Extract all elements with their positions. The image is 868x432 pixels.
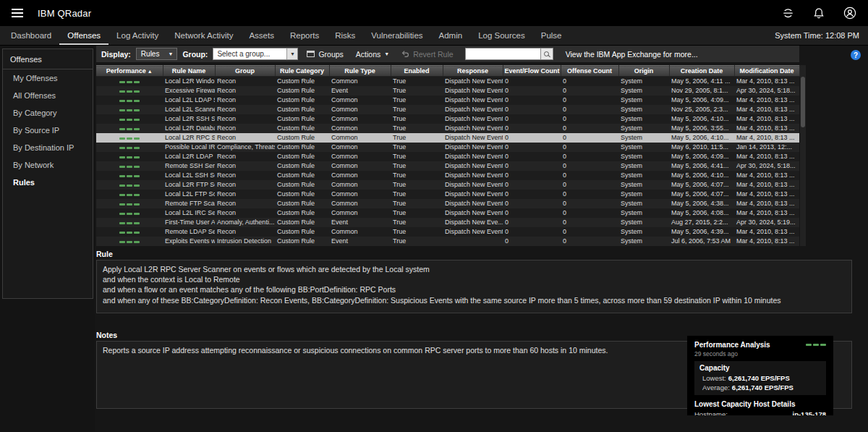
table-row[interactable]: First-Time User A...Anomaly, Authenti...…	[96, 218, 799, 227]
performance-cell	[96, 152, 163, 161]
rule-name-cell: Exploits Events wi...	[163, 237, 215, 246]
sidebar-item-all-offenses[interactable]: All Offenses	[3, 87, 93, 104]
table-row[interactable]: Local L2R Windo...ReconCustom RuleCommon…	[96, 77, 799, 86]
revert-rule-button[interactable]: Revert Rule	[398, 50, 456, 59]
tab-log-sources[interactable]: Log Sources	[470, 26, 533, 45]
creation-date-cell: May 6, 2010, 11:5...	[669, 143, 734, 152]
response-cell: Dispatch New Event	[443, 96, 503, 105]
origin-cell: System	[618, 199, 669, 208]
rule-name-cell: Local L2R SSH S...	[163, 114, 215, 124]
table-scrollbar[interactable]	[800, 65, 806, 246]
table-row[interactable]: Remote SSH Serv...ReconCustom RuleCommon…	[96, 161, 799, 171]
column-header-group[interactable]: Group	[215, 66, 275, 77]
column-header-origin[interactable]: Origin	[618, 66, 669, 77]
sidebar-item-by-network[interactable]: By Network	[3, 156, 93, 174]
rule-type-cell: Common	[329, 114, 391, 124]
origin-cell: System	[618, 152, 669, 161]
sidebar-item-my-offenses[interactable]: My Offenses	[3, 69, 93, 87]
tab-assets[interactable]: Assets	[241, 26, 282, 45]
tab-risks[interactable]: Risks	[327, 26, 363, 45]
offense-count-cell: 0	[561, 218, 618, 227]
column-header-enabled[interactable]: Enabled	[391, 66, 443, 77]
app-exchange-link[interactable]: View the IBM App Exchange for more...	[566, 50, 698, 59]
modification-date-cell: Mar 4, 2010, 8:13 ...	[734, 227, 799, 237]
group-cell: Recon	[215, 105, 275, 114]
table-row[interactable]: Local L2R RPC S...ReconCustom RuleCommon…	[96, 133, 799, 143]
response-cell: Dispatch New Event	[443, 105, 503, 114]
performance-cell	[96, 180, 163, 190]
column-header-rule-category[interactable]: Rule Category	[275, 66, 329, 77]
origin-cell: System	[618, 180, 669, 190]
rule-name-cell: First-Time User A...	[163, 218, 215, 227]
table-header-row: Performance▲Rule NameGroupRule CategoryR…	[96, 66, 799, 77]
actions-button[interactable]: Actions ▼	[352, 50, 393, 59]
enabled-cell: True	[391, 171, 443, 180]
modification-date-cell: Mar 4, 2010, 8:13 ...	[734, 190, 799, 199]
performance-bars-icon	[119, 175, 140, 177]
column-header-response[interactable]: Response	[443, 66, 503, 77]
column-header-rule-name[interactable]: Rule Name	[163, 66, 215, 77]
table-row[interactable]: Exploits Events wi...Intrusion Detection…	[96, 237, 799, 246]
table-row[interactable]: Remote FTP Scan...ReconCustom RuleCommon…	[96, 199, 799, 208]
hamburger-menu-icon[interactable]	[12, 9, 23, 17]
host-details-heading: Lowest Capacity Host Details	[694, 400, 826, 408]
group-cell: Anomaly, Authenti...	[215, 218, 275, 227]
tab-vulnerabilities[interactable]: Vulnerabilities	[363, 26, 430, 45]
enabled-cell: True	[391, 199, 443, 208]
column-header-event-flow-count[interactable]: Event/Flow Count	[503, 66, 561, 77]
table-row[interactable]: Local L2R SSH S...ReconCustom RuleCommon…	[96, 114, 799, 124]
tab-pulse[interactable]: Pulse	[533, 26, 570, 45]
notifications-bell-icon[interactable]	[813, 7, 825, 20]
table-row[interactable]: Local L2L SSH Se...ReconCustom RuleCommo…	[96, 171, 799, 180]
table-row[interactable]: Excessive Firewall...ReconCustom RuleEve…	[96, 86, 799, 96]
hostname-row: Hostname: ip-135-178 (172.18.135.178)	[694, 410, 826, 415]
tab-log-activity[interactable]: Log Activity	[109, 26, 166, 45]
revert-icon	[401, 50, 409, 58]
performance-analysis-panel: Performance Analysis 29 seconds ago Capa…	[687, 336, 833, 415]
sidebar-item-by-destination-ip[interactable]: By Destination IP	[3, 139, 93, 156]
group-cell: Recon	[215, 190, 275, 199]
tab-dashboard[interactable]: Dashboard	[3, 26, 59, 45]
table-row[interactable]: Remote LDAP Ser...ReconCustom RuleCommon…	[96, 227, 799, 237]
table-row[interactable]: Local L2L LDAP S...ReconCustom RuleCommo…	[96, 96, 799, 105]
tab-network-activity[interactable]: Network Activity	[166, 26, 241, 45]
rule-name-cell: Local L2R Databa...	[163, 124, 215, 133]
table-row[interactable]: Local L2L IRC Ser...ReconCustom RuleComm…	[96, 208, 799, 218]
tab-offenses[interactable]: Offenses	[59, 26, 109, 45]
display-select[interactable]: Rules ▼	[136, 48, 178, 60]
tab-admin[interactable]: Admin	[431, 26, 471, 45]
sidebar-item-by-category[interactable]: By Category	[3, 104, 93, 122]
table-row[interactable]: Local L2L Scanne...ReconCustom RuleCommo…	[96, 105, 799, 114]
response-cell: Dispatch New Event	[443, 143, 503, 152]
brand-stripes-icon[interactable]	[782, 7, 794, 20]
column-header-performance[interactable]: Performance▲	[96, 66, 163, 77]
group-cell: Recon	[215, 114, 275, 124]
performance-cell	[96, 86, 163, 96]
help-icon[interactable]: ?	[851, 50, 861, 60]
search-button[interactable]	[541, 48, 553, 60]
table-row[interactable]: Possible Local IR...Compliance, ThreatsC…	[96, 143, 799, 152]
origin-cell: System	[618, 190, 669, 199]
scrollbar-thumb[interactable]	[801, 77, 805, 127]
table-row[interactable]: Local L2L FTP Sc...ReconCustom RuleCommo…	[96, 190, 799, 199]
sidebar-item-rules[interactable]: Rules	[3, 174, 93, 191]
column-header-offense-count[interactable]: Offense Count	[561, 66, 618, 77]
column-header-modification-date[interactable]: Modification Date	[734, 66, 799, 77]
column-header-rule-type[interactable]: Rule Type	[329, 66, 391, 77]
tab-reports[interactable]: Reports	[282, 26, 327, 45]
table-row[interactable]: Local L2R FTP Sc...ReconCustom RuleCommo…	[96, 180, 799, 190]
performance-bars-icon	[119, 213, 140, 215]
column-header-creation-date[interactable]: Creation Date	[669, 66, 734, 77]
sidebar: Offenses My OffensesAll OffensesBy Categ…	[0, 46, 95, 431]
table-row[interactable]: Local L2R Databa...ReconCustom RuleCommo…	[96, 124, 799, 133]
group-select[interactable]: Select a group... ▼	[213, 48, 298, 60]
user-avatar-icon[interactable]	[843, 7, 856, 20]
groups-button[interactable]: Groups	[303, 50, 346, 59]
offense-count-cell: 0	[561, 171, 618, 180]
rule-category-cell: Custom Rule	[275, 86, 329, 96]
rule-type-cell: Common	[329, 180, 391, 190]
table-row[interactable]: Local L2R LDAP ...ReconCustom RuleCommon…	[96, 152, 799, 161]
modification-date-cell: Mar 4, 2010, 8:13 ...	[734, 114, 799, 124]
sidebar-item-by-source-ip[interactable]: By Source IP	[3, 122, 93, 139]
search-input[interactable]	[465, 48, 541, 60]
